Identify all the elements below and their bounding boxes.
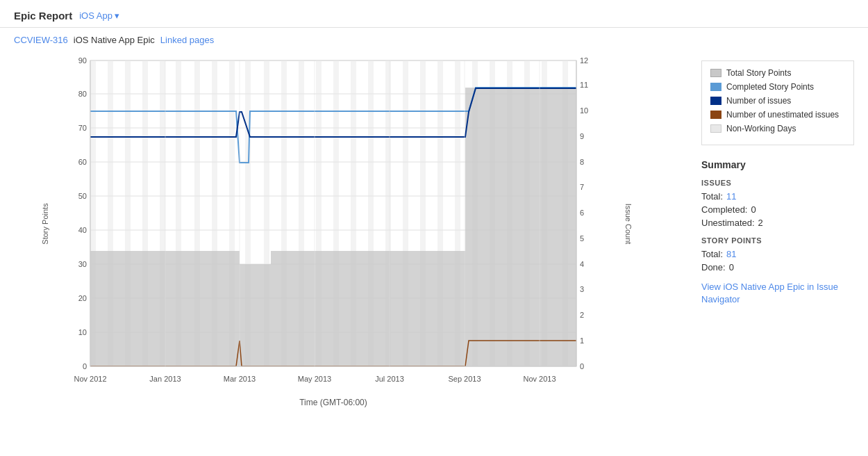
total-issues-label: Total: — [701, 191, 723, 202]
svg-text:7: 7 — [580, 183, 584, 191]
issues-label: ISSUES — [701, 179, 854, 187]
svg-text:2: 2 — [580, 311, 584, 319]
legend-color-issues — [710, 97, 721, 105]
linked-pages-link[interactable]: Linked pages — [160, 35, 214, 45]
epic-link[interactable]: CCVIEW-316 — [14, 35, 68, 45]
x-axis-label: Time (GMT-06:00) — [56, 398, 611, 407]
sidebar: Total Story Points Completed Story Point… — [701, 54, 854, 407]
y-axis-right-label: Issue Count — [625, 204, 633, 245]
svg-text:50: 50 — [78, 192, 87, 200]
svg-text:0: 0 — [83, 362, 87, 370]
svg-text:0: 0 — [580, 362, 584, 370]
chart-area: Story Points Issue Count — [14, 54, 687, 407]
svg-text:6: 6 — [580, 209, 584, 217]
epic-title: iOS Native App Epic — [74, 35, 155, 45]
svg-text:70: 70 — [78, 124, 87, 132]
breadcrumb: CCVIEW-316 iOS Native App Epic Linked pa… — [0, 28, 868, 54]
story-points-label: STORY POINTS — [701, 236, 854, 245]
legend-color-nonworking — [710, 124, 721, 133]
legend-label-issues: Number of issues — [726, 96, 791, 106]
svg-text:May 2013: May 2013 — [298, 375, 331, 383]
unestimated-value: 2 — [758, 218, 763, 228]
legend-box: Total Story Points Completed Story Point… — [701, 60, 854, 145]
chart-svg: 0 10 20 30 40 50 60 70 80 90 0 — [56, 54, 611, 394]
unestimated-row: Unestimated: 2 — [701, 218, 854, 228]
sp-total-value: 81 — [726, 249, 736, 259]
legend-non-working: Non-Working Days — [710, 124, 845, 133]
svg-text:1: 1 — [580, 336, 584, 345]
sp-total-label: Total: — [701, 249, 723, 259]
svg-text:8: 8 — [580, 158, 584, 166]
svg-text:5: 5 — [580, 234, 584, 243]
svg-text:9: 9 — [580, 132, 584, 140]
chart-wrapper: Story Points Issue Count — [56, 54, 667, 396]
svg-text:11: 11 — [580, 81, 588, 89]
legend-unestimated: Number of unestimated issues — [710, 110, 845, 120]
svg-text:Nov 2013: Nov 2013 — [523, 375, 556, 383]
legend-color-completed — [710, 83, 721, 91]
svg-text:10: 10 — [78, 328, 87, 336]
epic-dropdown[interactable]: iOS App ▾ — [79, 10, 119, 21]
legend-total-story-points: Total Story Points — [710, 68, 845, 78]
total-issues-value: 11 — [726, 191, 736, 202]
summary-section: Summary ISSUES Total: 11 Completed: 0 Un… — [701, 159, 854, 306]
svg-text:4: 4 — [580, 260, 584, 268]
svg-text:80: 80 — [78, 90, 87, 98]
svg-text:90: 90 — [78, 56, 87, 65]
legend-completed-story-points: Completed Story Points — [710, 82, 845, 92]
svg-text:10: 10 — [580, 106, 588, 115]
svg-text:30: 30 — [78, 260, 87, 268]
svg-text:Sep 2013: Sep 2013 — [448, 375, 481, 383]
page-title: Epic Report — [14, 10, 72, 22]
header: Epic Report iOS App ▾ — [0, 0, 868, 28]
legend-number-issues: Number of issues — [710, 96, 845, 106]
total-issues-row: Total: 11 — [701, 191, 854, 202]
legend-label-completed: Completed Story Points — [726, 82, 814, 92]
view-epic-link[interactable]: View iOS Native App Epic in Issue Naviga… — [701, 281, 854, 306]
svg-text:20: 20 — [78, 294, 87, 302]
epic-dropdown-label: iOS App — [79, 10, 112, 21]
sp-done-label: Done: — [701, 262, 726, 272]
chevron-down-icon: ▾ — [115, 10, 119, 21]
main-content: Story Points Issue Count — [0, 54, 868, 407]
legend-color-total — [710, 69, 721, 77]
sp-done-row: Done: 0 — [701, 262, 854, 272]
svg-text:40: 40 — [78, 226, 87, 234]
legend-label-nonworking: Non-Working Days — [726, 124, 796, 133]
svg-text:Jan 2013: Jan 2013 — [149, 375, 181, 383]
unestimated-label: Unestimated: — [701, 218, 755, 228]
legend-label-total: Total Story Points — [726, 68, 791, 78]
svg-text:Jul 2013: Jul 2013 — [375, 375, 404, 383]
svg-text:Nov 2012: Nov 2012 — [74, 375, 106, 383]
svg-text:3: 3 — [580, 285, 584, 293]
legend-label-unestimated: Number of unestimated issues — [726, 110, 839, 120]
completed-row: Completed: 0 — [701, 204, 854, 215]
legend-color-unestimated — [710, 111, 721, 119]
sp-done-value: 0 — [729, 262, 734, 272]
svg-text:12: 12 — [580, 56, 588, 65]
completed-label: Completed: — [701, 204, 747, 215]
svg-text:Mar 2013: Mar 2013 — [224, 375, 256, 383]
sp-total-row: Total: 81 — [701, 249, 854, 259]
svg-text:60: 60 — [78, 158, 87, 166]
summary-title: Summary — [701, 159, 854, 170]
completed-value: 0 — [751, 204, 756, 215]
y-axis-left-label: Story Points — [41, 203, 49, 244]
